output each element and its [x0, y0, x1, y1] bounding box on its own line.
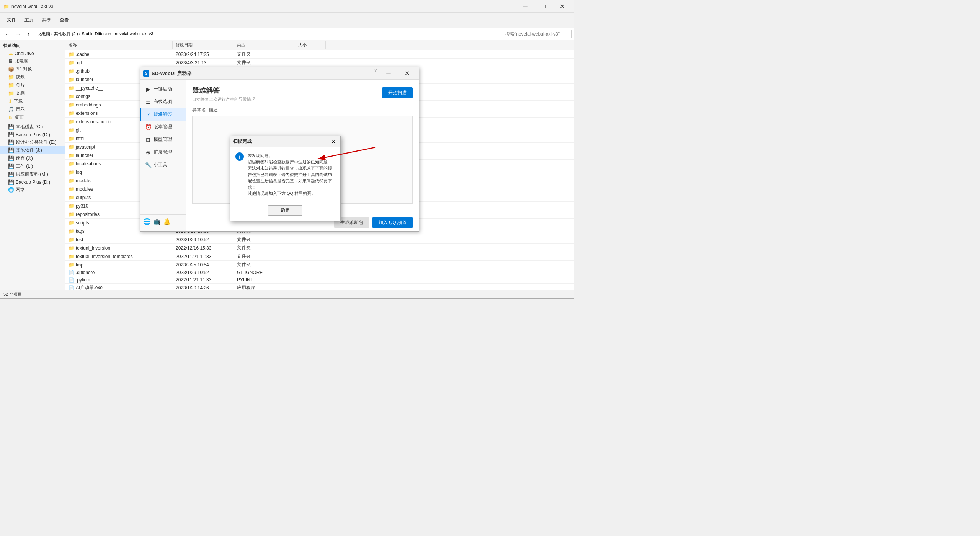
sidebar-item-3dobjects[interactable]: 📦 3D 对象 — [0, 65, 65, 73]
file-type-cell: 文件夹 — [234, 59, 295, 67]
folder-icon-title: 📁 — [3, 4, 9, 9]
quick-access-header[interactable]: 快速访问 — [0, 42, 65, 50]
file-name-cell: 📄 AI启动器.exe — [65, 284, 173, 290]
file-date-cell: 2023/4/3 21:13 — [173, 59, 234, 67]
file-name-cell: 📁 textual_inversion_templates — [65, 252, 173, 260]
pc-icon: 🖥 — [8, 58, 13, 64]
table-row[interactable]: 📁 .cache 2023/2/24 17:25 文件夹 — [65, 50, 574, 59]
sidebar-item-jdrive[interactable]: 💾 其他软件 (J:) — [0, 146, 65, 154]
content-header: 疑难解答 自动修复上次运行产生的异常情况 开始扫描 — [192, 86, 413, 107]
file-name: .github — [76, 69, 90, 74]
sidebar-item-pictures[interactable]: 📁 图片 — [0, 81, 65, 89]
sidebar-item-documents[interactable]: 📁 文档 — [0, 89, 65, 97]
sidebar-item-backup2[interactable]: 💾 Backup Plus (D:) — [0, 178, 65, 186]
launcher-title-controls: ? ─ ✕ — [372, 68, 416, 79]
column-date[interactable]: 修改日期 — [173, 41, 234, 49]
nav-item-start[interactable]: ▶ 一键启动 — [140, 83, 186, 95]
close-button[interactable]: ✕ — [553, 1, 571, 12]
share-menu[interactable]: 共享 — [39, 15, 55, 26]
up-button[interactable]: ↑ — [24, 29, 33, 39]
popup-title: 扫描完成 ✕ — [230, 136, 340, 147]
sidebar-item-mdrive[interactable]: 💾 供应商资料 (M:) — [0, 170, 65, 178]
sidebar-item-edrive[interactable]: 💾 设计办公类软件 (E:) — [0, 138, 65, 146]
nav-item-tools[interactable]: 🔧 小工具 — [140, 159, 186, 171]
back-button[interactable]: ← — [3, 29, 12, 39]
file-count: 52 个项目 — [3, 291, 22, 297]
forward-button[interactable]: → — [13, 29, 23, 39]
table-row[interactable]: 📄 AI启动器.exe 2023/1/20 14:26 应用程序 — [65, 284, 574, 290]
nav-item-advanced[interactable]: ☰ 高级选项 — [140, 95, 186, 108]
sidebar-item-ddrive[interactable]: 💾 Backup Plus (D:) — [0, 131, 65, 138]
bell-icon[interactable]: 🔔 — [163, 218, 171, 225]
ok-button[interactable]: 确定 — [268, 205, 302, 216]
join-qq-button[interactable]: 加入 QQ 频道 — [372, 217, 413, 228]
file-name: scripts — [76, 220, 89, 226]
sidebar-item-ldrive[interactable]: 💾 工作 (L:) — [0, 162, 65, 170]
file-name: .cache — [76, 52, 89, 57]
sidebar-item-thispc[interactable]: 🖥 此电脑 — [0, 57, 65, 65]
table-row[interactable]: 📁 tmp 2023/2/25 10:54 文件夹 — [65, 261, 574, 269]
maximize-button[interactable]: □ — [535, 1, 552, 12]
column-type[interactable]: 类型 — [234, 41, 295, 49]
file-size-cell — [295, 284, 326, 290]
file-type-cell: GITIGNORE — [234, 269, 295, 276]
table-row[interactable]: 📁 .git 2023/4/3 21:13 文件夹 — [65, 59, 574, 67]
sidebar-item-videos[interactable]: 📁 视频 — [0, 73, 65, 81]
desktop-label: 桌面 — [15, 114, 24, 121]
tv-icon[interactable]: 📺 — [153, 218, 161, 225]
nav-item-troubleshoot[interactable]: ? 疑难解答 — [140, 108, 186, 121]
file-icon: 📁 — [69, 161, 74, 167]
file-type-cell: 文件夹 — [234, 235, 295, 243]
file-date-cell: 2023/1/29 10:52 — [173, 235, 234, 243]
file-icon: 📁 — [69, 94, 74, 99]
address-path[interactable]: 此电脑 › 其他软件 (J:) › Stable Diffusion › nov… — [35, 30, 501, 38]
table-row[interactable]: 📁 textual_inversion 2022/12/16 15:33 文件夹 — [65, 244, 574, 252]
sidebar-item-music[interactable]: 🎵 音乐 — [0, 105, 65, 113]
launcher-close-button[interactable]: ✕ — [398, 68, 416, 79]
nav-item-model[interactable]: ▦ 模型管理 — [140, 133, 186, 146]
model-icon: ▦ — [145, 137, 151, 143]
home-menu[interactable]: 主页 — [21, 15, 37, 26]
sidebar-item-downloads[interactable]: ⬇ 下载 — [0, 97, 65, 105]
sidebar-item-jdrive2[interactable]: 💾 速存 (J:) — [0, 154, 65, 162]
column-size[interactable]: 大小 — [295, 41, 326, 49]
file-icon: 📁 — [69, 119, 74, 124]
title-bar-title: novelai-webui-aki-v3 — [11, 4, 53, 9]
file-icon: 📁 — [69, 195, 74, 200]
sidebar-item-desktop[interactable]: 🖥 桌面 — [0, 113, 65, 121]
nav-item-version[interactable]: ⏰ 版本管理 — [140, 121, 186, 133]
search-input[interactable] — [503, 30, 572, 38]
title-bar-controls: ─ □ ✕ — [516, 1, 571, 12]
file-icon: 📁 — [69, 237, 74, 242]
view-menu[interactable]: 查看 — [56, 15, 72, 26]
file-name: embeddings — [76, 102, 101, 108]
file-size-cell — [295, 50, 326, 58]
sidebar-item-onedrive[interactable]: ☁ OneDrive — [0, 50, 65, 57]
content-title: 疑难解答 — [192, 86, 255, 95]
3d-icon: 📦 — [8, 66, 14, 72]
file-name-cell: 📁 .git — [65, 59, 173, 67]
globe-icon[interactable]: 🌐 — [143, 218, 151, 225]
file-size-cell — [295, 261, 326, 269]
title-bar: 📁 novelai-webui-aki-v3 ─ □ ✕ — [0, 0, 574, 13]
drive-j2-icon: 💾 — [8, 155, 14, 161]
nav-label-advanced: 高级选项 — [154, 98, 172, 105]
table-row[interactable]: 📁 test 2023/1/29 10:52 文件夹 — [65, 235, 574, 244]
column-name[interactable]: 名称 — [65, 41, 173, 49]
table-row[interactable]: 📄 .pylintrc 2022/11/21 11:33 PYLINT... — [65, 276, 574, 284]
file-type-cell: 文件夹 — [234, 244, 295, 252]
file-name: .pylintrc — [76, 277, 91, 283]
popup-close-button[interactable]: ✕ — [330, 138, 337, 145]
file-name: test — [76, 237, 83, 242]
launcher-minimize-button[interactable]: ─ — [380, 68, 397, 79]
start-scan-button[interactable]: 开始扫描 — [382, 87, 413, 98]
table-row[interactable]: 📁 textual_inversion_templates 2022/11/21… — [65, 252, 574, 261]
file-menu[interactable]: 文件 — [3, 15, 20, 26]
minimize-button[interactable]: ─ — [516, 1, 534, 12]
nav-item-extension[interactable]: ⊕ 扩展管理 — [140, 146, 186, 159]
launcher-title: S SD-WebUI 启动器 ? ─ ✕ — [140, 67, 419, 80]
sidebar-item-network[interactable]: 🌐 网络 — [0, 186, 65, 194]
sidebar-item-cdrive[interactable]: 💾 本地磁盘 (C:) — [0, 123, 65, 131]
address-bar: ← → ↑ 此电脑 › 其他软件 (J:) › Stable Diffusion… — [0, 28, 574, 40]
table-row[interactable]: 📄 .gitignore 2023/1/29 10:52 GITIGNORE — [65, 269, 574, 276]
